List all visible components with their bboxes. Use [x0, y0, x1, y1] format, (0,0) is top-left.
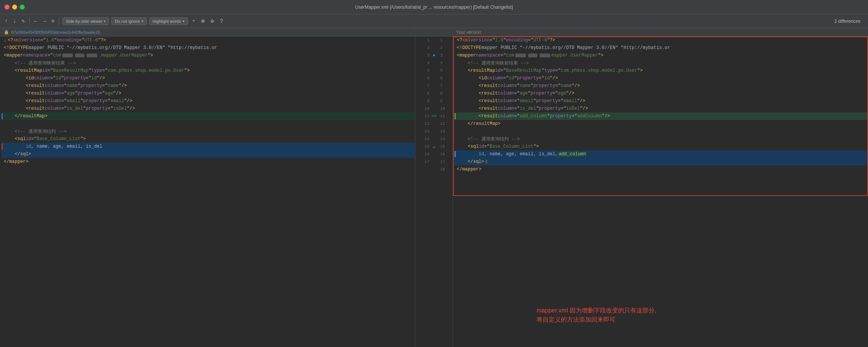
side-by-side-viewer-button[interactable]: Side-by-side viewer ▾ — [62, 17, 109, 25]
center-line-17: 1717 — [415, 158, 453, 166]
right-line-17: </sql>| — [455, 158, 868, 166]
left-line-4: <!-- 通用查询映射结果 --> — [2, 59, 415, 67]
left-pane: 🔒 b7e060e45430f2b5855fdceee2c442fbc6aa6e… — [0, 28, 415, 347]
left-line-10: <result column="is_del" property="isDel"… — [2, 105, 415, 112]
change-marker — [2, 113, 3, 119]
left-line-12 — [2, 120, 415, 128]
change-marker-2 — [2, 144, 3, 150]
right-pane: Your version <?xml version="1.0" encodin… — [453, 28, 868, 347]
left-line-1: ⚠ <?xml version="1.0" encoding="UTF-8"?> — [2, 36, 415, 44]
back-button[interactable]: ← — [33, 17, 39, 25]
center-line-15: 15↵15 — [415, 143, 453, 150]
center-line-12: 1212 — [415, 120, 453, 128]
center-line-5: 55 — [415, 67, 453, 74]
left-pane-header: 🔒 b7e060e45430f2b5855fdceee2c442fbc6aa6e… — [0, 28, 415, 36]
center-line-7: 77 — [415, 82, 453, 90]
right-pane-header: Your version — [453, 28, 868, 36]
center-line-2: 22 — [415, 44, 453, 52]
blurred-3 — [87, 54, 97, 57]
right-line-16: id, name, age, email, is_del, add_column — [455, 150, 868, 158]
right-line-18: </mapper> — [455, 166, 868, 173]
center-line-14: 1414 — [415, 135, 453, 143]
right-line-6: <id column="id" property="id"/> — [455, 74, 868, 82]
right-line-15: <sql id="Base_Column_List"> — [455, 143, 868, 150]
left-line-9: <result column="email" property="email"/… — [2, 97, 415, 105]
center-line-4: 44 — [415, 59, 453, 67]
highlight-words-button[interactable]: Highlight words ▾ — [149, 17, 188, 25]
diff-container: 🔒 b7e060e45430f2b5855fdceee2c442fbc6aa6e… — [0, 28, 868, 347]
right-line-5: <resultMap id="BaseResultMap" type="com.… — [455, 67, 868, 74]
center-header-spacer — [415, 28, 453, 36]
left-line-8: <result column="age" property="age"/> — [2, 90, 415, 97]
window-title: UserMapper.xml (/Users/list/al/al_pr ...… — [355, 5, 513, 10]
divide-icon[interactable]: ÷ — [190, 17, 197, 25]
left-line-17: </mapper> — [2, 158, 415, 166]
center-line-16: 1616 — [415, 150, 453, 158]
do-not-ignore-label: Do not ignore — [115, 19, 140, 24]
center-line-8: 88 — [415, 90, 453, 97]
help-icon[interactable]: ? — [218, 17, 225, 25]
center-line-13: 1313 — [415, 128, 453, 135]
left-diff-content: ⚠ <?xml version="1.0" encoding="UTF-8"?>… — [0, 36, 415, 347]
list-button[interactable]: ≡ — [50, 17, 56, 25]
right-line-1: <?xml version="1.0" encoding="UTF-8"?> — [455, 36, 868, 44]
navigate-up-button[interactable]: ↑ — [3, 17, 9, 25]
chevron-down-icon: ▾ — [104, 19, 106, 23]
center-line-9: 99 — [415, 97, 453, 105]
left-line-13: <!-- 通用查询结列 --> — [2, 128, 415, 135]
separator-1 — [29, 17, 30, 25]
center-line-6: 66 — [415, 74, 453, 82]
left-line-6: <id column="id" property="id"/> — [2, 74, 415, 82]
right-line-10: <result column="is_del" property="isDel"… — [455, 105, 868, 112]
titlebar: UserMapper.xml (/Users/list/al/al_pr ...… — [0, 0, 868, 14]
cursor-indicator: | — [485, 160, 488, 164]
added-text-add-column: add_column — [558, 151, 587, 157]
center-line-10: 1010 — [415, 105, 453, 112]
right-line-7: <result column="name" property="name"/> — [455, 82, 868, 90]
right-line-12: </resultMap> — [455, 120, 868, 128]
left-line-5: <resultMap id="BaseResultMap" type="com.… — [2, 67, 415, 74]
center-line-3: 3●3 — [415, 52, 453, 59]
center-line-18: 18 — [415, 166, 453, 173]
center-line-1: 11 — [415, 36, 453, 44]
do-not-ignore-button[interactable]: Do not ignore ▾ — [111, 17, 147, 25]
right-line-11: <result column="add_column" property="ad… — [455, 112, 868, 120]
chevron-down-icon: ▾ — [183, 19, 185, 23]
center-gutter: 11 22 3●3 44 55 66 77 88 99 1010 11>>11 … — [415, 28, 453, 347]
edit-button[interactable]: ✎ — [20, 17, 26, 25]
right-line-13 — [455, 128, 868, 135]
right-line-2: <!DOCTYPE mapper PUBLIC "-//mybatis.org/… — [455, 44, 868, 52]
grid-icon[interactable]: ⊞ — [199, 17, 206, 25]
blurred-r1 — [515, 54, 526, 57]
right-line-3: <mapper namespace="commapper.UserMapper"… — [455, 52, 868, 59]
chevron-down-icon: ▾ — [142, 19, 144, 23]
navigate-down-button[interactable]: ↓ — [11, 17, 17, 25]
left-code-area: ⚠ <?xml version="1.0" encoding="UTF-8"?>… — [0, 36, 415, 347]
minimize-button[interactable] — [12, 5, 17, 9]
side-by-side-label: Side-by-side viewer — [66, 19, 102, 24]
left-line-7: <result column="name" property="name"/> — [2, 82, 415, 90]
right-line-9: <result column="email" property="email"/… — [455, 97, 868, 105]
blurred-r2 — [528, 54, 537, 57]
left-line-11: </resultMap> — [2, 112, 415, 120]
close-button[interactable] — [5, 5, 9, 9]
blurred-2 — [75, 54, 84, 57]
settings-icon[interactable]: ⚙ — [209, 17, 216, 25]
changed-marker-r — [455, 151, 456, 157]
right-line-4: <!-- 通用查询映射结果 --> — [455, 59, 868, 67]
left-line-15: id, name, age, email, is_del — [2, 143, 415, 150]
left-hash: b7e060e45430f2b5855fdceee2c442fbc6aa6e15 — [11, 30, 100, 35]
toolbar: ↑ ↓ ✎ ← → ≡ Side-by-side viewer ▾ Do not… — [0, 14, 868, 28]
blurred-1 — [62, 54, 73, 57]
left-line-16: </sql> — [2, 150, 415, 158]
highlight-words-label: Highlight words — [153, 19, 181, 24]
maximize-button[interactable] — [20, 5, 25, 9]
right-line-14: <!-- 通用查询结列 --> — [455, 135, 868, 143]
separator-2 — [59, 17, 59, 25]
warning-icon: ⚠ — [4, 38, 6, 43]
left-line-14: <sql id="Base_Column_List"> — [2, 135, 415, 143]
added-marker — [455, 113, 456, 119]
right-diff-content: <?xml version="1.0" encoding="UTF-8"?> <… — [453, 36, 868, 347]
left-line-3: <mapper namespace="com.mapper.UserMapper… — [2, 52, 415, 59]
forward-button[interactable]: → — [41, 17, 47, 25]
